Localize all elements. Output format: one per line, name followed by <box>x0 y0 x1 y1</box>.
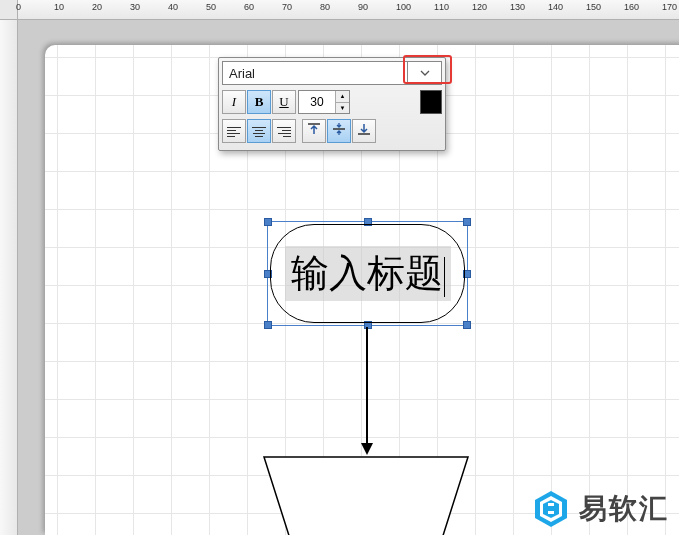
svg-marker-0 <box>264 457 468 535</box>
ruler-tick: 20 <box>92 2 102 12</box>
ruler-tick: 90 <box>358 2 368 12</box>
ruler-tick: 100 <box>396 2 411 12</box>
svg-rect-7 <box>548 503 554 506</box>
align-right-button[interactable] <box>272 119 296 143</box>
ruler-horizontal: 0102030405060708090100110120130140150160… <box>18 0 679 20</box>
ruler-vertical <box>0 20 18 535</box>
valign-middle-icon <box>332 122 346 140</box>
ruler-tick: 70 <box>282 2 292 12</box>
shape-text: 输入标题 <box>291 252 443 294</box>
watermark-text: 易软汇 <box>579 490 669 528</box>
shape-text-editor[interactable]: 输入标题 <box>285 246 451 301</box>
valign-top-button[interactable] <box>302 119 326 143</box>
valign-top-icon <box>307 122 321 140</box>
bold-label: B <box>255 94 264 110</box>
underline-button[interactable]: U <box>272 90 296 114</box>
font-size-up[interactable]: ▲ <box>336 91 349 103</box>
ruler-tick: 110 <box>434 2 449 12</box>
bold-button[interactable]: B <box>247 90 271 114</box>
selection-box[interactable]: 输入标题 <box>267 221 468 326</box>
resize-handle-se[interactable] <box>463 321 471 329</box>
font-family-dropdown-button[interactable] <box>408 61 442 85</box>
ruler-tick: 0 <box>16 2 21 12</box>
align-right-icon <box>277 125 291 137</box>
italic-button[interactable]: I <box>222 90 246 114</box>
valign-bottom-icon <box>357 122 371 140</box>
italic-label: I <box>232 94 236 110</box>
font-color-swatch[interactable] <box>420 90 442 114</box>
align-left-icon <box>227 125 241 137</box>
align-left-button[interactable] <box>222 119 246 143</box>
align-center-icon <box>252 125 266 137</box>
ruler-tick: 60 <box>244 2 254 12</box>
ruler-tick: 120 <box>472 2 487 12</box>
terminator-shape[interactable]: 输入标题 <box>270 224 465 323</box>
font-size-value: 30 <box>299 91 335 113</box>
font-family-select[interactable]: Arial <box>222 61 408 85</box>
font-size-down[interactable]: ▼ <box>336 103 349 114</box>
valign-middle-button[interactable] <box>327 119 351 143</box>
resize-handle-ne[interactable] <box>463 218 471 226</box>
text-format-toolbar: Arial I B U 30 ▲ ▼ <box>218 57 446 151</box>
ruler-tick: 10 <box>54 2 64 12</box>
watermark-logo-icon <box>531 489 571 529</box>
font-size-input[interactable]: 30 ▲ ▼ <box>298 90 350 114</box>
ruler-tick: 30 <box>130 2 140 12</box>
ruler-tick: 80 <box>320 2 330 12</box>
resize-handle-nw[interactable] <box>264 218 272 226</box>
ruler-tick: 160 <box>624 2 639 12</box>
text-caret <box>444 257 445 297</box>
trapezoid-shape[interactable] <box>262 455 470 535</box>
connector-arrow[interactable] <box>366 327 368 453</box>
font-family-value: Arial <box>229 66 255 81</box>
ruler-tick: 170 <box>662 2 677 12</box>
align-center-button[interactable] <box>247 119 271 143</box>
watermark: 易软汇 <box>531 489 669 529</box>
svg-rect-8 <box>548 511 554 514</box>
resize-handle-sw[interactable] <box>264 321 272 329</box>
ruler-tick: 40 <box>168 2 178 12</box>
ruler-tick: 50 <box>206 2 216 12</box>
ruler-tick: 150 <box>586 2 601 12</box>
underline-label: U <box>279 94 288 110</box>
valign-bottom-button[interactable] <box>352 119 376 143</box>
ruler-tick: 130 <box>510 2 525 12</box>
ruler-tick: 140 <box>548 2 563 12</box>
chevron-down-icon <box>420 70 430 76</box>
